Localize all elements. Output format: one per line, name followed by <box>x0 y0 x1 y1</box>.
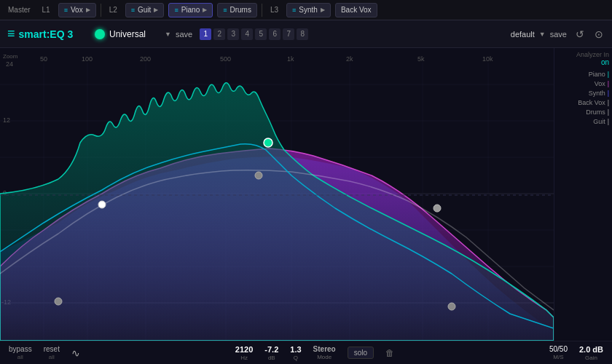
delete-icon[interactable]: 🗑 <box>385 348 394 358</box>
svg-text:12: 12 <box>3 116 10 124</box>
piano-track-btn[interactable]: ≡ Piano ▶ <box>168 3 213 17</box>
guit-track-btn[interactable]: ≡ Guit ▶ <box>125 3 165 17</box>
piano-icon: ≡ <box>174 7 178 14</box>
q-value: 1.3 <box>290 345 301 354</box>
legend-backvox: Back Vox | <box>557 99 609 106</box>
mode-display[interactable]: Stereo Mode <box>313 345 336 360</box>
legend-guit-label: Guit <box>593 118 605 125</box>
save-preset-button[interactable]: save <box>176 30 192 39</box>
right-sidebar: Analyzer In on Piano | Vox | Synth | Bac… <box>554 48 612 341</box>
svg-text:5k: 5k <box>417 55 425 63</box>
drums-label: Drums <box>230 6 251 14</box>
active-indicator[interactable] <box>95 29 105 39</box>
legend-drums: Drums | <box>557 108 609 116</box>
legend-guit-icon: | <box>608 118 609 125</box>
svg-text:24: 24 <box>6 60 13 68</box>
svg-point-33 <box>448 303 455 310</box>
drums-icon: ≡ <box>223 7 227 14</box>
reset-label[interactable]: reset <box>44 345 60 353</box>
profile-section: default ▼ save <box>511 30 567 39</box>
svg-text:10k: 10k <box>482 55 493 63</box>
backvox-label: Back Vox <box>341 6 372 14</box>
piano-label: Piano <box>181 6 200 14</box>
l1-label: L1 <box>39 4 54 15</box>
legend-drums-label: Drums <box>586 108 605 116</box>
vox-track-btn[interactable]: ≡ Vox ▶ <box>58 3 96 17</box>
backvox-track-btn[interactable]: Back Vox <box>335 3 377 17</box>
eq-canvas[interactable]: Zoom 50 100 200 500 <box>0 48 554 341</box>
legend-vox-icon: | <box>608 80 609 87</box>
synth-label: Synth <box>299 6 318 14</box>
bypass-label[interactable]: bypass <box>9 345 32 353</box>
header-bar: ≡ smart:EQ 3 Universal ▼ save 1 2 3 4 5 … <box>0 20 612 48</box>
output-gain-value: 2.0 dB <box>579 345 603 354</box>
band-5-button[interactable]: 5 <box>255 28 267 40</box>
band-8-button[interactable]: 8 <box>297 28 308 40</box>
mode-value: Stereo <box>313 345 336 353</box>
wave-icon: ∿ <box>71 347 80 359</box>
svg-text:500: 500 <box>220 55 231 63</box>
q-display: 1.3 Q <box>290 345 301 361</box>
output-gain-display: 2.0 dB Gain <box>579 345 603 361</box>
legend-synth: Synth | <box>557 90 609 97</box>
svg-text:1k: 1k <box>287 55 294 63</box>
band-3-button[interactable]: 3 <box>227 28 239 40</box>
guit-arrow-icon: ▶ <box>154 7 158 13</box>
synth-icon: ≡ <box>292 7 296 14</box>
legend-drums-icon: | <box>608 108 609 116</box>
guit-label: Guit <box>138 6 151 14</box>
main-area: Zoom 50 100 200 500 <box>0 48 612 341</box>
band-7-button[interactable]: 7 <box>283 28 294 40</box>
svg-text:2k: 2k <box>346 55 353 63</box>
eq-node-1 <box>264 138 272 147</box>
balance-display: 50/50 M/S <box>549 345 568 360</box>
undo-button[interactable]: ↺ <box>574 27 586 41</box>
divider1 <box>101 4 101 17</box>
vox-arrow-icon: ▶ <box>86 7 90 13</box>
svg-point-29 <box>255 172 262 179</box>
output-gain-unit: Gain <box>585 355 597 361</box>
legend-piano-label: Piano <box>589 71 605 78</box>
balance-value: 50/50 <box>549 345 568 353</box>
search-button[interactable]: ⊙ <box>593 27 605 41</box>
legend-piano: Piano | <box>557 71 609 78</box>
preset-name: Universal <box>109 29 160 39</box>
bypass-control[interactable]: bypass all <box>9 345 32 360</box>
svg-point-30 <box>98 201 106 208</box>
divider2 <box>262 4 262 17</box>
svg-text:200: 200 <box>140 55 151 63</box>
logo-icon: ≡ <box>7 26 15 41</box>
synth-track-btn[interactable]: ≡ Synth ▶ <box>286 3 331 17</box>
legend-backvox-icon: | <box>608 99 609 106</box>
save-profile-button[interactable]: save <box>550 30 567 39</box>
track-legend: Piano | Vox | Synth | Back Vox | Drums |… <box>557 71 609 125</box>
piano-arrow-icon: ▶ <box>203 7 207 13</box>
logo-text: smart:EQ 3 <box>19 28 74 40</box>
profile-name: default <box>511 30 535 39</box>
l3-label: L3 <box>267 4 282 15</box>
status-bar: bypass all reset all ∿ 2120 Hz -7.2 dB 1… <box>0 341 612 364</box>
analyzer-label: Analyzer In <box>557 51 609 58</box>
band-6-button[interactable]: 6 <box>269 28 280 40</box>
l2-label: L2 <box>106 4 121 15</box>
profile-dropdown-icon[interactable]: ▼ <box>539 31 546 38</box>
reset-sub: all <box>49 354 55 360</box>
legend-guit: Guit | <box>557 118 609 125</box>
legend-synth-icon: | <box>608 90 609 97</box>
preset-dropdown-icon[interactable]: ▼ <box>165 31 171 38</box>
eq-grid: 50 100 200 500 1k 2k 5k 10k 12 0 -12 24 … <box>0 48 554 341</box>
analyzer-on-label[interactable]: on <box>557 58 609 66</box>
track-bar: Master L1 ≡ Vox ▶ L2 ≡ Guit ▶ ≡ Piano ▶ … <box>0 0 612 20</box>
svg-text:100: 100 <box>82 55 93 63</box>
legend-backvox-label: Back Vox <box>578 99 605 106</box>
svg-point-32 <box>55 298 62 305</box>
reset-control[interactable]: reset all <box>44 345 60 360</box>
master-label: Master <box>4 4 34 15</box>
band-2-button[interactable]: 2 <box>213 28 225 40</box>
drums-track-btn[interactable]: ≡ Drums <box>217 3 257 17</box>
band-4-button[interactable]: 4 <box>241 28 253 40</box>
band-1-button[interactable]: 1 <box>200 28 211 40</box>
gain-display: -7.2 dB <box>264 345 278 361</box>
solo-button[interactable]: solo <box>348 347 374 359</box>
band-selector: 1 2 3 4 5 6 7 8 <box>200 28 308 40</box>
